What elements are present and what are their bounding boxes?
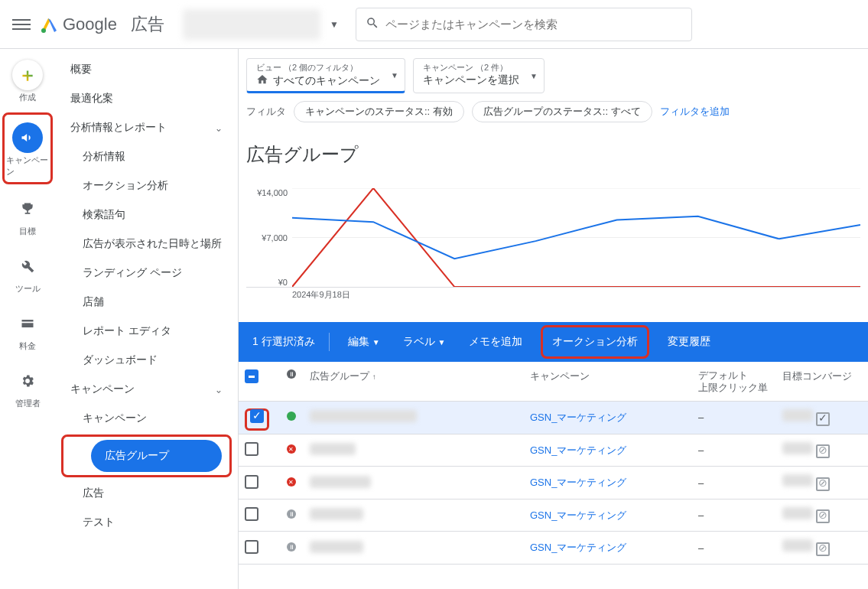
table-row[interactable]: GSN_マーケティング – <box>239 467 868 500</box>
adgroup-name-blurred[interactable] <box>310 508 363 520</box>
campaign-link[interactable]: GSN_マーケティング <box>530 444 626 456</box>
header-target-conv[interactable]: 目標コンバージ <box>776 362 868 402</box>
adgroup-name-blurred[interactable] <box>310 410 417 422</box>
row-checkbox[interactable] <box>245 507 258 521</box>
sidebar-item-report-editor[interactable]: レポート エディタ <box>55 317 238 346</box>
status-removed-icon[interactable] <box>287 477 296 486</box>
y-tick: ¥14,000 <box>257 188 288 197</box>
table-row[interactable]: GSN_マーケティング – <box>239 532 868 565</box>
y-tick: ¥7,000 <box>262 233 288 242</box>
status-paused-icon[interactable] <box>287 542 296 552</box>
conv-no-icon <box>816 509 830 523</box>
filter-add-link[interactable]: フィルタを追加 <box>660 105 730 119</box>
add-memo-button[interactable]: メモを追加 <box>464 332 527 352</box>
status-removed-icon[interactable] <box>287 444 296 454</box>
rail-campaign[interactable]: キャンペーン <box>6 118 49 182</box>
rail-create[interactable]: ＋ 作成 <box>6 55 49 108</box>
gear-icon <box>12 366 43 396</box>
sidebar-item-terms[interactable]: 検索語句 <box>55 200 238 229</box>
table-row[interactable]: GSN_マーケティング – <box>239 499 868 532</box>
table-row[interactable]: GSN_マーケティング – <box>239 434 868 467</box>
filter-label: フィルタ <box>246 105 286 119</box>
default-cpc: – <box>692 532 776 565</box>
caret-down-icon: ▼ <box>391 71 398 80</box>
sidebar: 概要 最適化案 分析情報とレポート⌃ 分析情報 オークション分析 検索語句 広告… <box>55 49 239 589</box>
sidebar-item-dashboard[interactable]: ダッシュボード <box>55 346 238 375</box>
campaign-link[interactable]: GSN_マーケティング <box>530 542 626 553</box>
default-cpc: – <box>692 402 776 434</box>
sidebar-item-insights[interactable]: 分析情報 <box>55 142 238 171</box>
y-tick: ¥0 <box>278 278 288 287</box>
search-icon <box>366 16 379 32</box>
menu-icon[interactable] <box>12 15 31 34</box>
adgroup-name-blurred[interactable] <box>310 541 363 553</box>
sidebar-item-insights-parent[interactable]: 分析情報とレポート⌃ <box>55 113 238 142</box>
default-cpc: – <box>692 467 776 500</box>
auction-analysis-button[interactable]: オークション分析 <box>548 332 642 352</box>
caret-down-icon[interactable]: ▼ <box>330 19 339 30</box>
rail-goal[interactable]: 目標 <box>6 189 49 242</box>
view-dropdown[interactable]: ビュー （2 個のフィルタ） すべてのキャンペーン ▼ <box>246 58 405 93</box>
plus-icon: ＋ <box>12 60 43 90</box>
status-enabled-icon[interactable] <box>287 412 296 421</box>
edit-button[interactable]: 編集▼ <box>343 332 385 352</box>
trophy-icon <box>12 194 43 224</box>
campaign-link[interactable]: GSN_マーケティング <box>530 412 626 423</box>
conv-no-icon <box>816 542 830 556</box>
sidebar-item-overview[interactable]: 概要 <box>55 55 238 84</box>
sidebar-item-recommend[interactable]: 最適化案 <box>55 84 238 113</box>
sidebar-item-campaign-parent[interactable]: キャンペーン⌃ <box>55 375 238 404</box>
chart-svg <box>292 188 860 287</box>
home-icon <box>256 73 268 88</box>
rail-tool[interactable]: ツール <box>6 246 49 299</box>
change-history-button[interactable]: 変更履歴 <box>663 332 715 352</box>
header-adgroup[interactable]: 広告グループ ↑ <box>304 362 524 402</box>
x-label: 2024年9月18日 <box>246 288 860 301</box>
row-checkbox[interactable] <box>245 475 258 489</box>
filter-chip-campaign-status[interactable]: キャンペーンのステータス:: 有効 <box>294 101 464 122</box>
sidebar-item-ads[interactable]: 広告 <box>55 479 238 508</box>
caret-down-icon: ▼ <box>530 72 538 80</box>
rail-billing[interactable]: 料金 <box>6 304 49 356</box>
status-paused-icon[interactable] <box>287 509 296 519</box>
sidebar-item-auction[interactable]: オークション分析 <box>55 171 238 200</box>
search-input[interactable] <box>385 18 682 31</box>
conv-no-icon <box>816 444 830 458</box>
conv-no-icon <box>816 477 830 491</box>
campaign-link[interactable]: GSN_マーケティング <box>530 509 626 521</box>
table-row[interactable]: GSN_マーケティング – <box>239 402 868 434</box>
rail-admin[interactable]: 管理者 <box>6 361 49 414</box>
sidebar-item-test[interactable]: テスト <box>55 508 238 537</box>
row-checkbox[interactable] <box>250 409 264 423</box>
header-default-cpc[interactable]: デフォルト上限クリック単 <box>692 362 776 402</box>
google-ads-logo-icon <box>40 15 58 34</box>
sidebar-item-campaign[interactable]: キャンペーン <box>55 404 238 433</box>
default-cpc: – <box>692 499 776 532</box>
wrench-icon <box>12 251 43 281</box>
chevron-up-icon: ⌃ <box>215 122 223 133</box>
campaign-link[interactable]: GSN_マーケティング <box>530 477 626 488</box>
card-icon <box>12 308 43 339</box>
sidebar-item-where[interactable]: 広告が表示された日時と場所 <box>55 229 238 259</box>
select-all-checkbox[interactable] <box>245 369 258 383</box>
label-button[interactable]: ラベル▼ <box>398 332 450 352</box>
account-selector-blurred[interactable] <box>183 9 320 40</box>
adgroup-name-blurred[interactable] <box>310 476 371 488</box>
adgroup-name-blurred[interactable] <box>310 443 356 455</box>
overview-chart[interactable]: ¥14,000 ¥7,000 ¥0 <box>246 188 860 288</box>
selection-toolbar: 1 行選択済み 編集▼ ラベル▼ メモを追加 オークション分析 変更履歴 <box>239 322 868 362</box>
sidebar-item-store[interactable]: 店舗 <box>55 288 238 317</box>
header-campaign[interactable]: キャンペーン <box>524 362 692 402</box>
row-checkbox[interactable] <box>245 540 258 554</box>
sidebar-item-adgroup[interactable]: 広告グループ <box>91 440 222 472</box>
sidebar-item-landing[interactable]: ランディング ページ <box>55 259 238 288</box>
row-checkbox[interactable] <box>245 442 258 456</box>
search-box[interactable] <box>356 8 692 41</box>
filter-chip-adgroup-status[interactable]: 広告グループのステータス:: すべて <box>472 101 652 122</box>
page-title: 広告グループ <box>239 130 868 188</box>
adgroup-table: 広告グループ ↑ キャンペーン デフォルト上限クリック単 目標コンバージ GSN… <box>239 362 868 565</box>
chevron-up-icon: ⌃ <box>215 384 223 395</box>
selection-count: 1 行選択済み <box>252 335 315 349</box>
status-header-icon[interactable] <box>287 369 296 379</box>
campaign-dropdown[interactable]: キャンペーン （2 件） キャンペーンを選択 ▼ <box>413 58 545 93</box>
